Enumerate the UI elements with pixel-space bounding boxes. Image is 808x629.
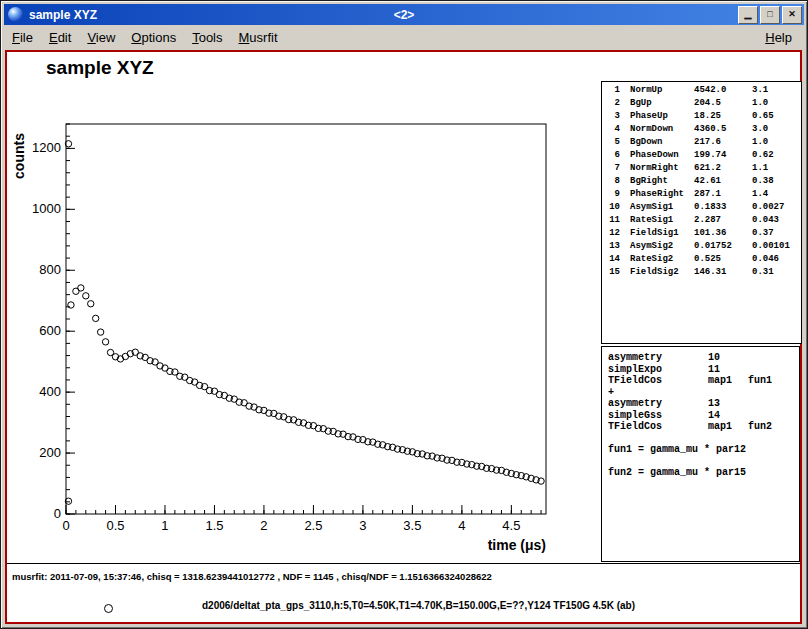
svg-text:4.5: 4.5 (502, 518, 520, 533)
param-row: 1NormUp4542.03.1 (602, 85, 801, 98)
svg-text:1000: 1000 (32, 201, 61, 216)
param-row: 7NormRight621.21.1 (602, 163, 801, 176)
param-row: 14RateSig20.5250.046 (602, 254, 801, 267)
svg-text:0: 0 (62, 518, 69, 533)
data-point (78, 285, 84, 291)
param-row: 12FieldSig1101.360.37 (602, 228, 801, 241)
theory-line: TFieldCosmap1fun1 (602, 375, 799, 387)
theory-line (602, 433, 799, 445)
param-row: 9PhaseRight287.11.4 (602, 189, 801, 202)
theory-line: fun2 = gamma_mu * par15 (602, 467, 799, 479)
param-row: 13AsymSig20.017520.00101 (602, 241, 801, 254)
plot-title: sample XYZ (46, 57, 154, 79)
theory-line: asymmetry13 (602, 398, 799, 410)
x-axis-title: time (μs) (488, 537, 546, 553)
legend-marker-circle (104, 604, 113, 613)
minimize-button[interactable]: ▁ (738, 6, 758, 24)
param-row: 10AsymSig10.18330.0027 (602, 202, 801, 215)
theory-box[interactable]: asymmetry10simplExpo11TFieldCosmap1fun1+… (601, 346, 800, 562)
menu-item-view[interactable]: View (79, 27, 123, 48)
menu-bar: FileEditViewOptionsToolsMusrfit Help (4, 25, 804, 50)
param-row: 15FieldSig2146.310.31 (602, 267, 801, 280)
theory-line: simpleGss14 (602, 410, 799, 422)
title-bar[interactable]: sample XYZ <2> ▁ □ ✕ (4, 4, 804, 25)
fit-parameters-box[interactable]: 1NormUp4542.03.12BgUp204.51.03PhaseUp18.… (601, 81, 802, 344)
svg-text:200: 200 (39, 445, 61, 460)
fit-info-text: musrfit: 2011-07-09, 15:37:46, chisq = 1… (12, 571, 492, 582)
y-axis: 020040060080010001200 (32, 124, 75, 521)
window-title-center: <2> (4, 8, 804, 22)
menu-item-tools[interactable]: Tools (184, 27, 230, 48)
data-point (68, 302, 74, 308)
menu-item-help[interactable]: Help (757, 27, 800, 48)
svg-text:1: 1 (161, 518, 168, 533)
theory-line: asymmetry10 (602, 352, 799, 364)
data-point (102, 339, 108, 345)
close-button[interactable]: ✕ (782, 6, 802, 24)
svg-text:4: 4 (458, 518, 465, 533)
svg-text:0: 0 (54, 506, 61, 521)
param-row: 6PhaseDown199.740.62 (602, 150, 801, 163)
menu-items: FileEditViewOptionsToolsMusrfit (4, 27, 286, 48)
data-point (83, 293, 89, 299)
svg-text:2: 2 (260, 518, 267, 533)
menu-item-options[interactable]: Options (123, 27, 184, 48)
svg-text:0.5: 0.5 (106, 518, 124, 533)
theory-line: TFieldCosmap1fun2 (602, 421, 799, 433)
theory-line (602, 456, 799, 468)
menu-item-musrfit[interactable]: Musrfit (231, 27, 286, 48)
param-row: 11RateSig12.2870.043 (602, 215, 801, 228)
theory-line: + (602, 387, 799, 399)
window-controls: ▁ □ ✕ (738, 6, 802, 24)
data-point (97, 329, 103, 335)
menu-right: Help (757, 27, 800, 48)
menu-item-file[interactable]: File (4, 27, 41, 48)
svg-text:800: 800 (39, 262, 61, 277)
param-row: 2BgUp204.51.0 (602, 98, 801, 111)
param-row: 3PhaseUp18.250.65 (602, 111, 801, 124)
application-window: sample XYZ <2> ▁ □ ✕ FileEditViewOptions… (0, 0, 808, 629)
data-point (88, 301, 94, 307)
svg-text:600: 600 (39, 323, 61, 338)
y-axis-title: counts (11, 133, 27, 179)
x-axis: 00.511.522.533.544.5 (62, 505, 541, 533)
svg-text:1.5: 1.5 (205, 518, 223, 533)
menu-item-edit[interactable]: Edit (41, 27, 79, 48)
theory-line: fun1 = gamma_mu * par12 (602, 444, 799, 456)
svg-text:400: 400 (39, 384, 61, 399)
svg-text:3: 3 (359, 518, 366, 533)
svg-text:3.5: 3.5 (403, 518, 421, 533)
legend-row: d2006/deltat_pta_gps_3110,h:5,T0=4.50K,T… (7, 600, 800, 616)
separator-line (7, 563, 800, 564)
plot-frame (66, 124, 546, 514)
svg-text:2.5: 2.5 (304, 518, 322, 533)
data-points (65, 141, 544, 505)
root-canvas[interactable]: sample XYZ 00.511.522.533.544.5020040060… (5, 50, 802, 624)
param-row: 4NormDown4360.53.0 (602, 124, 801, 137)
theory-line: simplExpo11 (602, 364, 799, 376)
legend-text: d2006/deltat_pta_gps_3110,h:5,T0=4.50K,T… (7, 600, 800, 611)
svg-text:1200: 1200 (32, 140, 61, 155)
plot-svg[interactable]: 00.511.522.533.544.502004006008001000120… (7, 102, 577, 560)
param-row: 5BgDown217.61.0 (602, 137, 801, 150)
param-row: 8BgRight42.610.38 (602, 176, 801, 189)
maximize-button[interactable]: □ (760, 6, 780, 24)
data-point (92, 315, 98, 321)
